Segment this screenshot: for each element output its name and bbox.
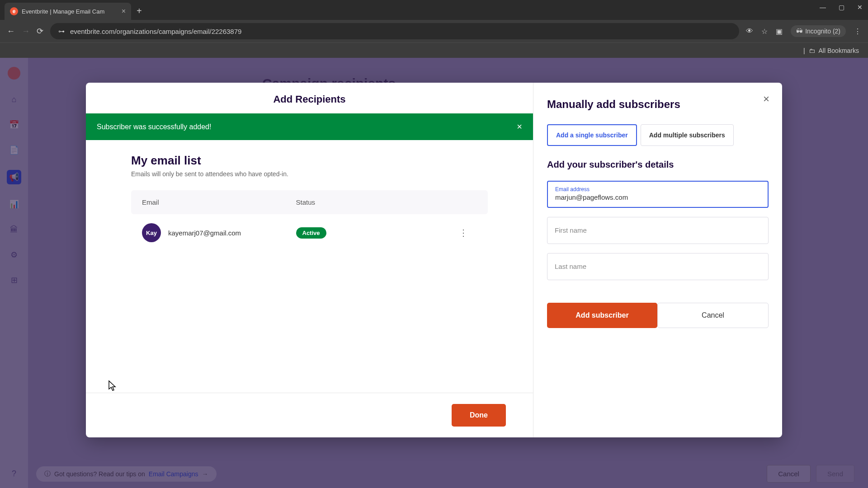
browser-chrome: e Eventbrite | Manage Email Cam × + — ▢ … (0, 0, 868, 58)
email-field[interactable]: Email address (547, 181, 769, 208)
all-bookmarks-button[interactable]: All Bookmarks (819, 47, 859, 54)
bookmarks-bar: | 🗀 All Bookmarks (0, 42, 868, 58)
column-email: Email (142, 198, 296, 206)
new-tab-button[interactable]: + (137, 6, 142, 16)
favicon-icon: e (10, 7, 18, 15)
email-label: Email address (555, 186, 760, 192)
add-recipients-modal: × Add Recipients Subscriber was successf… (86, 83, 782, 437)
cancel-button[interactable]: Cancel (657, 303, 769, 328)
forward-button[interactable]: → (22, 27, 30, 36)
tab-multiple-subscribers[interactable]: Add multiple subscribers (641, 124, 734, 146)
minimize-icon[interactable]: — (820, 4, 826, 11)
table-header: Email Status (131, 190, 488, 214)
dismiss-banner-icon[interactable]: × (517, 122, 522, 132)
success-message: Subscriber was successfully added! (97, 123, 211, 131)
list-title: My email list (131, 154, 488, 168)
modal-right-panel: Manually add subscribers Add a single su… (533, 83, 782, 437)
browser-toolbar: ← → ⟳ ⊶ eventbrite.com/organizations/cam… (0, 20, 868, 42)
last-name-field[interactable]: Last name (547, 253, 769, 280)
email-input[interactable] (555, 193, 760, 201)
tab-single-subscriber[interactable]: Add a single subscriber (547, 124, 637, 146)
folder-icon: 🗀 (809, 47, 815, 54)
row-menu-icon[interactable]: ⋮ (450, 227, 477, 238)
url-bar[interactable]: ⊶ eventbrite.com/organizations/campaigns… (50, 23, 739, 39)
reload-button[interactable]: ⟳ (37, 26, 43, 36)
status-badge: Active (296, 227, 326, 239)
first-name-field[interactable]: First name (547, 217, 769, 244)
eye-off-icon[interactable]: 👁 (746, 27, 753, 35)
tab-title: Eventbrite | Manage Email Cam (22, 8, 118, 15)
column-status: Status (296, 198, 450, 206)
modal-left-footer: Done (86, 393, 533, 437)
modal-left-panel: Add Recipients Subscriber was successful… (86, 83, 533, 437)
menu-icon[interactable]: ⋮ (854, 27, 861, 36)
last-name-placeholder: Last name (555, 263, 586, 270)
add-subscriber-button[interactable]: Add subscriber (547, 303, 657, 328)
avatar: Kay (142, 223, 161, 242)
url-text: eventbrite.com/organizations/campaigns/e… (70, 28, 241, 35)
modal-overlay[interactable]: × Add Recipients Subscriber was successf… (0, 58, 868, 488)
tab-bar: e Eventbrite | Manage Email Cam × + — ▢ … (0, 0, 868, 20)
form-actions: Add subscriber Cancel (547, 303, 769, 328)
subscriber-tabs: Add a single subscriber Add multiple sub… (547, 124, 769, 146)
star-icon[interactable]: ☆ (761, 27, 768, 36)
close-modal-icon[interactable]: × (763, 93, 769, 105)
details-title: Add your subscriber's details (547, 160, 769, 170)
maximize-icon[interactable]: ▢ (839, 4, 844, 11)
modal-title: Add Recipients (104, 94, 515, 105)
right-panel-title: Manually add subscribers (547, 98, 769, 111)
done-button[interactable]: Done (452, 404, 506, 427)
site-info-icon[interactable]: ⊶ (58, 28, 65, 35)
table-row: Kay kayemarj07@gmail.com Active ⋮ (131, 214, 488, 251)
back-button[interactable]: ← (7, 27, 15, 36)
incognito-badge[interactable]: 🕶 Incognito (2) (791, 25, 846, 37)
email-list-section: My email list Emails will only be sent t… (86, 140, 533, 393)
email-cell: kayemarj07@gmail.com (168, 229, 241, 237)
panel-icon[interactable]: ▣ (776, 27, 783, 36)
window-controls: — ▢ ✕ (820, 4, 863, 11)
incognito-icon: 🕶 (796, 28, 802, 35)
list-subtitle: Emails will only be sent to attendees wh… (131, 170, 488, 178)
close-tab-icon[interactable]: × (122, 7, 126, 15)
close-window-icon[interactable]: ✕ (857, 4, 863, 11)
success-banner: Subscriber was successfully added! × (86, 113, 533, 140)
browser-tab[interactable]: e Eventbrite | Manage Email Cam × (5, 3, 131, 20)
first-name-placeholder: First name (555, 226, 587, 234)
